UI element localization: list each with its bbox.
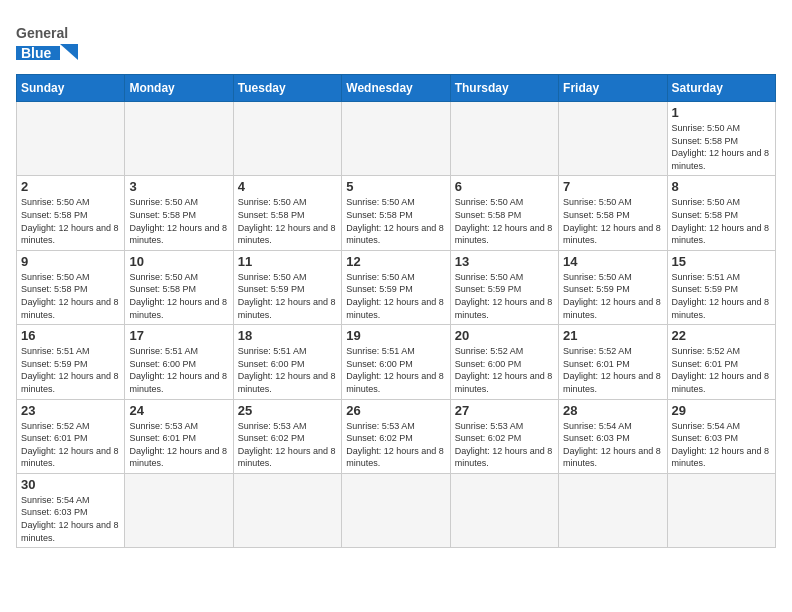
day-info: Sunrise: 5:50 AM Sunset: 5:58 PM Dayligh… xyxy=(129,196,228,246)
day-number: 13 xyxy=(455,254,554,269)
day-number: 3 xyxy=(129,179,228,194)
day-info: Sunrise: 5:50 AM Sunset: 5:58 PM Dayligh… xyxy=(455,196,554,246)
day-number: 18 xyxy=(238,328,337,343)
day-number: 20 xyxy=(455,328,554,343)
svg-text:Blue: Blue xyxy=(21,45,52,61)
day-info: Sunrise: 5:51 AM Sunset: 6:00 PM Dayligh… xyxy=(129,345,228,395)
day-number: 5 xyxy=(346,179,445,194)
svg-marker-1 xyxy=(60,44,78,60)
day-info: Sunrise: 5:50 AM Sunset: 5:58 PM Dayligh… xyxy=(238,196,337,246)
day-info: Sunrise: 5:51 AM Sunset: 6:00 PM Dayligh… xyxy=(346,345,445,395)
day-info: Sunrise: 5:51 AM Sunset: 5:59 PM Dayligh… xyxy=(21,345,120,395)
calendar-cell: 17Sunrise: 5:51 AM Sunset: 6:00 PM Dayli… xyxy=(125,325,233,399)
day-number: 8 xyxy=(672,179,771,194)
calendar-cell xyxy=(559,102,667,176)
calendar-cell: 8Sunrise: 5:50 AM Sunset: 5:58 PM Daylig… xyxy=(667,176,775,250)
calendar-cell: 22Sunrise: 5:52 AM Sunset: 6:01 PM Dayli… xyxy=(667,325,775,399)
day-number: 30 xyxy=(21,477,120,492)
day-number: 9 xyxy=(21,254,120,269)
calendar-cell: 9Sunrise: 5:50 AM Sunset: 5:58 PM Daylig… xyxy=(17,250,125,324)
calendar-cell xyxy=(342,473,450,547)
calendar-cell xyxy=(233,473,341,547)
day-info: Sunrise: 5:52 AM Sunset: 6:01 PM Dayligh… xyxy=(21,420,120,470)
calendar-cell xyxy=(559,473,667,547)
day-info: Sunrise: 5:50 AM Sunset: 5:58 PM Dayligh… xyxy=(21,271,120,321)
day-info: Sunrise: 5:50 AM Sunset: 5:58 PM Dayligh… xyxy=(672,122,771,172)
calendar-cell: 10Sunrise: 5:50 AM Sunset: 5:58 PM Dayli… xyxy=(125,250,233,324)
calendar-table: SundayMondayTuesdayWednesdayThursdayFrid… xyxy=(16,74,776,548)
day-info: Sunrise: 5:54 AM Sunset: 6:03 PM Dayligh… xyxy=(21,494,120,544)
calendar-cell: 29Sunrise: 5:54 AM Sunset: 6:03 PM Dayli… xyxy=(667,399,775,473)
calendar-cell: 12Sunrise: 5:50 AM Sunset: 5:59 PM Dayli… xyxy=(342,250,450,324)
day-number: 10 xyxy=(129,254,228,269)
day-number: 19 xyxy=(346,328,445,343)
calendar-cell: 21Sunrise: 5:52 AM Sunset: 6:01 PM Dayli… xyxy=(559,325,667,399)
day-number: 21 xyxy=(563,328,662,343)
weekday-header-tuesday: Tuesday xyxy=(233,75,341,102)
day-number: 1 xyxy=(672,105,771,120)
day-number: 11 xyxy=(238,254,337,269)
weekday-header-friday: Friday xyxy=(559,75,667,102)
calendar-cell xyxy=(450,102,558,176)
calendar-cell: 20Sunrise: 5:52 AM Sunset: 6:00 PM Dayli… xyxy=(450,325,558,399)
calendar-cell: 26Sunrise: 5:53 AM Sunset: 6:02 PM Dayli… xyxy=(342,399,450,473)
calendar-cell: 30Sunrise: 5:54 AM Sunset: 6:03 PM Dayli… xyxy=(17,473,125,547)
calendar-cell: 19Sunrise: 5:51 AM Sunset: 6:00 PM Dayli… xyxy=(342,325,450,399)
weekday-header-thursday: Thursday xyxy=(450,75,558,102)
day-number: 7 xyxy=(563,179,662,194)
weekday-header-saturday: Saturday xyxy=(667,75,775,102)
calendar-cell: 4Sunrise: 5:50 AM Sunset: 5:58 PM Daylig… xyxy=(233,176,341,250)
day-number: 6 xyxy=(455,179,554,194)
day-info: Sunrise: 5:50 AM Sunset: 5:59 PM Dayligh… xyxy=(346,271,445,321)
calendar-cell: 27Sunrise: 5:53 AM Sunset: 6:02 PM Dayli… xyxy=(450,399,558,473)
calendar-cell: 28Sunrise: 5:54 AM Sunset: 6:03 PM Dayli… xyxy=(559,399,667,473)
day-number: 15 xyxy=(672,254,771,269)
day-info: Sunrise: 5:53 AM Sunset: 6:02 PM Dayligh… xyxy=(346,420,445,470)
day-number: 24 xyxy=(129,403,228,418)
calendar-cell: 16Sunrise: 5:51 AM Sunset: 5:59 PM Dayli… xyxy=(17,325,125,399)
day-info: Sunrise: 5:52 AM Sunset: 6:00 PM Dayligh… xyxy=(455,345,554,395)
day-number: 26 xyxy=(346,403,445,418)
calendar-cell xyxy=(125,473,233,547)
logo: General Blue xyxy=(16,16,96,68)
day-info: Sunrise: 5:54 AM Sunset: 6:03 PM Dayligh… xyxy=(672,420,771,470)
calendar-cell xyxy=(450,473,558,547)
day-number: 23 xyxy=(21,403,120,418)
calendar-cell: 11Sunrise: 5:50 AM Sunset: 5:59 PM Dayli… xyxy=(233,250,341,324)
day-info: Sunrise: 5:54 AM Sunset: 6:03 PM Dayligh… xyxy=(563,420,662,470)
day-number: 29 xyxy=(672,403,771,418)
calendar-cell: 6Sunrise: 5:50 AM Sunset: 5:58 PM Daylig… xyxy=(450,176,558,250)
day-info: Sunrise: 5:51 AM Sunset: 6:00 PM Dayligh… xyxy=(238,345,337,395)
day-info: Sunrise: 5:50 AM Sunset: 5:58 PM Dayligh… xyxy=(346,196,445,246)
day-info: Sunrise: 5:51 AM Sunset: 5:59 PM Dayligh… xyxy=(672,271,771,321)
calendar-cell: 15Sunrise: 5:51 AM Sunset: 5:59 PM Dayli… xyxy=(667,250,775,324)
day-number: 12 xyxy=(346,254,445,269)
weekday-header-sunday: Sunday xyxy=(17,75,125,102)
calendar-cell: 18Sunrise: 5:51 AM Sunset: 6:00 PM Dayli… xyxy=(233,325,341,399)
calendar-cell: 14Sunrise: 5:50 AM Sunset: 5:59 PM Dayli… xyxy=(559,250,667,324)
day-info: Sunrise: 5:50 AM Sunset: 5:58 PM Dayligh… xyxy=(563,196,662,246)
calendar-cell xyxy=(667,473,775,547)
calendar-cell xyxy=(17,102,125,176)
day-number: 17 xyxy=(129,328,228,343)
calendar-cell: 7Sunrise: 5:50 AM Sunset: 5:58 PM Daylig… xyxy=(559,176,667,250)
day-number: 25 xyxy=(238,403,337,418)
day-info: Sunrise: 5:52 AM Sunset: 6:01 PM Dayligh… xyxy=(672,345,771,395)
day-number: 28 xyxy=(563,403,662,418)
calendar-cell xyxy=(342,102,450,176)
day-number: 2 xyxy=(21,179,120,194)
day-info: Sunrise: 5:53 AM Sunset: 6:01 PM Dayligh… xyxy=(129,420,228,470)
day-number: 27 xyxy=(455,403,554,418)
calendar-cell: 1Sunrise: 5:50 AM Sunset: 5:58 PM Daylig… xyxy=(667,102,775,176)
day-info: Sunrise: 5:50 AM Sunset: 5:59 PM Dayligh… xyxy=(455,271,554,321)
day-number: 14 xyxy=(563,254,662,269)
svg-text:General: General xyxy=(16,25,68,41)
calendar-cell: 13Sunrise: 5:50 AM Sunset: 5:59 PM Dayli… xyxy=(450,250,558,324)
calendar-cell: 24Sunrise: 5:53 AM Sunset: 6:01 PM Dayli… xyxy=(125,399,233,473)
day-info: Sunrise: 5:53 AM Sunset: 6:02 PM Dayligh… xyxy=(238,420,337,470)
weekday-header-monday: Monday xyxy=(125,75,233,102)
day-number: 4 xyxy=(238,179,337,194)
calendar-cell: 2Sunrise: 5:50 AM Sunset: 5:58 PM Daylig… xyxy=(17,176,125,250)
calendar-cell: 5Sunrise: 5:50 AM Sunset: 5:58 PM Daylig… xyxy=(342,176,450,250)
weekday-header-wednesday: Wednesday xyxy=(342,75,450,102)
